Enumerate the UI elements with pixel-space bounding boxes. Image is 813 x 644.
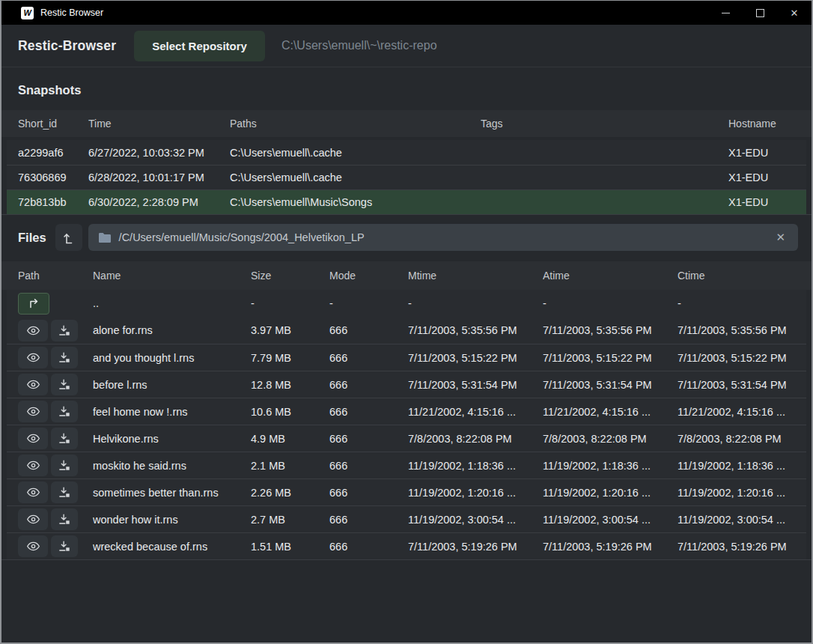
file-atime: 11/19/2002, 3:00:54 ... [543, 514, 678, 526]
eye-icon [26, 487, 40, 497]
app-logo-icon: W [21, 7, 34, 19]
file-mtime: 7/11/2003, 5:15:22 PM [408, 352, 543, 364]
col-ctime: Ctime [678, 270, 812, 282]
download-file-button[interactable] [51, 482, 78, 503]
col-tags: Tags [481, 118, 728, 130]
file-size: 4.9 MB [251, 433, 329, 445]
col-path: Path [18, 270, 93, 282]
snapshot-row[interactable]: 72b813bb 6/30/2022, 2:28:09 PM C:\Users\… [7, 189, 806, 214]
preview-file-button[interactable] [18, 320, 48, 341]
col-short-id: Short_id [18, 118, 88, 130]
parent-directory-icon [28, 298, 40, 309]
file-row[interactable]: wrecked because of.rns 1.51 MB 666 7/11/… [7, 532, 806, 559]
file-row[interactable]: sometimes better than.rns 2.26 MB 666 11… [7, 479, 806, 505]
download-file-button[interactable] [51, 347, 78, 368]
file-size: 1.51 MB [251, 541, 329, 553]
preview-file-button[interactable] [18, 482, 48, 503]
current-path-value: /C/Users/emuell/Music/Songs/2004_Helveti… [119, 231, 773, 243]
download-file-button[interactable] [51, 320, 78, 341]
clear-path-button[interactable]: ✕ [773, 229, 788, 246]
snapshot-row[interactable]: a2299af6 6/27/2022, 10:03:32 PM C:\Users… [7, 140, 806, 165]
preview-file-button[interactable] [18, 455, 48, 476]
file-size: 3.97 MB [251, 324, 329, 336]
download-file-button[interactable] [51, 535, 78, 557]
close-button[interactable]: ✕ [777, 1, 812, 25]
go-up-directory-button[interactable] [18, 293, 49, 315]
col-atime: Atime [543, 270, 678, 282]
file-name: and you thought l.rns [93, 352, 251, 364]
file-ctime: 11/21/2002, 4:15:16 ... [678, 406, 806, 418]
snapshot-short-id: 72b813bb [18, 196, 88, 208]
col-hostname: Hostname [728, 118, 812, 130]
file-mtime: 7/11/2003, 5:35:56 PM [408, 324, 543, 336]
file-row[interactable]: wonder how it.rns 2.7 MB 666 11/19/2002,… [7, 505, 806, 532]
snapshot-hostname: X1-EDU [728, 196, 806, 208]
files-table-header: Path Name Size Mode Mtime Atime Ctime [1, 261, 812, 290]
repository-path: C:\Users\emuell\~\restic-repo [281, 39, 437, 52]
eye-icon [26, 434, 40, 443]
file-atime: 7/8/2003, 8:22:08 PM [543, 433, 678, 445]
eye-icon [26, 541, 40, 551]
snapshot-time: 6/28/2022, 10:01:17 PM [88, 171, 230, 183]
preview-file-button[interactable] [18, 347, 48, 368]
go-to-root-button[interactable] [55, 224, 82, 251]
download-icon [58, 487, 70, 498]
minimize-button[interactable] [708, 1, 743, 25]
snapshot-paths: C:\Users\emuell\.cache [230, 171, 481, 183]
maximize-button[interactable] [743, 1, 777, 25]
preview-file-button[interactable] [18, 535, 48, 557]
snapshot-short-id: 76306869 [18, 171, 88, 183]
file-name: sometimes better than.rns [93, 487, 251, 499]
snapshot-hostname: X1-EDU [728, 171, 806, 183]
download-file-button[interactable] [51, 401, 78, 422]
download-file-button[interactable] [51, 374, 78, 395]
window-title: Restic Browser [40, 7, 708, 18]
file-row[interactable]: before l.rns 12.8 MB 666 7/11/2003, 5:31… [7, 371, 806, 398]
select-repository-button[interactable]: Select Repository [134, 31, 265, 61]
file-atime: 7/11/2003, 5:19:26 PM [543, 541, 678, 553]
download-icon [58, 406, 70, 417]
current-path-bar[interactable]: /C/Users/emuell/Music/Songs/2004_Helveti… [88, 224, 798, 251]
file-row[interactable]: alone for.rns 3.97 MB 666 7/11/2003, 5:3… [7, 317, 806, 344]
toolbar: Restic-Browser Select Repository C:\User… [1, 25, 812, 67]
download-file-button[interactable] [51, 508, 78, 530]
file-mtime: 7/11/2003, 5:19:26 PM [408, 541, 543, 553]
file-row[interactable]: moskito he said.rns 2.1 MB 666 11/19/200… [7, 452, 806, 479]
file-row[interactable]: Helvikone.rns 4.9 MB 666 7/8/2003, 8:22:… [7, 425, 806, 452]
file-name: wrecked because of.rns [93, 541, 251, 553]
file-ctime: 7/11/2003, 5:15:22 PM [678, 352, 806, 364]
file-mode: 666 [329, 352, 408, 364]
file-atime: 11/19/2002, 1:18:36 ... [543, 460, 678, 472]
file-ctime: 7/11/2003, 5:31:54 PM [678, 379, 806, 391]
eye-icon [26, 353, 40, 362]
file-mtime: 11/19/2002, 1:20:16 ... [408, 487, 543, 499]
download-file-button[interactable] [51, 428, 78, 449]
snapshot-row[interactable]: 76306869 6/28/2022, 10:01:17 PM C:\Users… [7, 165, 806, 189]
file-mode: 666 [329, 324, 408, 336]
file-name: wonder how it.rns [93, 514, 251, 526]
parent-directory-row[interactable]: .. - - - - - [7, 290, 806, 317]
file-mode: 666 [329, 406, 408, 418]
file-size: 7.79 MB [251, 352, 329, 364]
preview-file-button[interactable] [18, 508, 48, 530]
file-name: alone for.rns [93, 324, 251, 336]
preview-file-button[interactable] [18, 428, 48, 449]
file-ctime: - [678, 297, 806, 309]
file-name: Helvikone.rns [93, 433, 251, 445]
col-mtime: Mtime [408, 270, 543, 282]
preview-file-button[interactable] [18, 374, 48, 395]
snapshot-time: 6/30/2022, 2:28:09 PM [88, 196, 230, 208]
files-table: .. - - - - - [1, 290, 812, 560]
snapshots-table-header: Short_id Time Paths Tags Hostname [1, 110, 812, 137]
file-mode: 666 [329, 514, 408, 526]
preview-file-button[interactable] [18, 401, 48, 422]
file-name: feel home now !.rns [93, 406, 251, 418]
col-size: Size [251, 270, 329, 282]
download-file-button[interactable] [51, 455, 78, 476]
file-mode: 666 [329, 487, 408, 499]
file-row[interactable]: and you thought l.rns 7.79 MB 666 7/11/2… [7, 344, 806, 371]
download-icon [58, 325, 70, 336]
file-row[interactable]: feel home now !.rns 10.6 MB 666 11/21/20… [7, 398, 806, 425]
file-mode: - [329, 297, 408, 309]
eye-icon [26, 461, 40, 470]
